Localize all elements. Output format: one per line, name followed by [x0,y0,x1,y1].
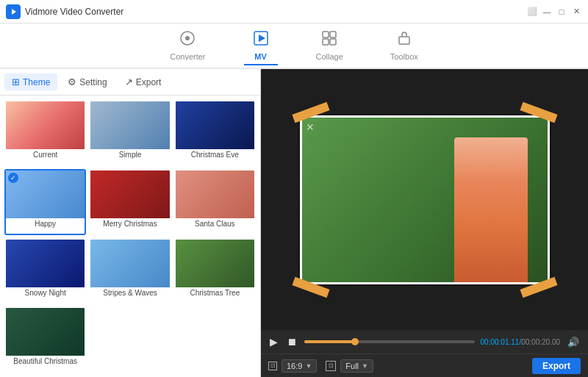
theme-grid-icon: ⊞ [12,76,20,87]
theme-label-santa-claus: Santa Claus [176,218,254,230]
theme-item-beautiful-christmas[interactable]: Beautiful Christmas [4,306,86,373]
right-panel: ✕ ▶ ⏹ 00:00:01.11/00:00:20.00 🔊 ⊡ 16:9 [261,69,588,377]
svg-rect-7 [330,32,336,37]
theme-item-simple[interactable]: Simple [89,100,171,166]
subtab-setting[interactable]: ⚙ Setting [60,73,114,90]
aspect-ratio-icon: ⊡ [268,362,277,370]
theme-item-snowy-night[interactable]: Snowy Night [4,238,86,304]
theme-label-happy: Happy [6,218,85,230]
theme-label-merry-christmas: Merry Christmas [90,218,169,230]
ratio-dropdown-arrow: ▼ [305,362,312,370]
theme-item-santa-claus[interactable]: Santa Claus [174,169,256,235]
collage-icon [321,30,337,50]
svg-point-3 [185,36,190,40]
play-button[interactable]: ▶ [268,334,279,349]
left-panel: ⊞ Theme ⚙ Setting ↗ Export CurrentSimple… [0,69,261,377]
app-title: Vidmore Video Converter [25,7,123,17]
svg-rect-9 [330,39,336,45]
options-bar: ⊡ 16:9 ▼ ⊡ Full ▼ Export [261,353,588,377]
subtab-export-label: Export [136,77,162,87]
progress-bar[interactable] [304,340,475,343]
main-content: ⊞ Theme ⚙ Setting ↗ Export CurrentSimple… [0,69,588,377]
app-logo [6,4,21,19]
close-overlay[interactable]: ✕ [306,121,315,133]
svg-rect-6 [323,32,329,37]
tab-converter[interactable]: Converter [161,27,214,64]
size-dropdown-arrow: ▼ [362,362,368,370]
tab-mv[interactable]: MV [244,27,278,65]
titlebar: Vidmore Video Converter ⬜ — □ ✕ [0,0,588,24]
theme-item-current[interactable]: Current [4,100,86,166]
size-icon: ⊡ [326,361,336,371]
theme-item-christmas-tree[interactable]: Christmas Tree [174,238,256,304]
preview-frame: ✕ [300,115,550,284]
maximize-button[interactable]: — [541,6,553,18]
svg-marker-5 [259,35,265,42]
subtab-export[interactable]: ↗ Export [118,73,169,90]
size-select[interactable]: Full ▼ [340,359,373,373]
theme-label-beautiful-christmas: Beautiful Christmas [6,356,85,367]
controls-bar: ▶ ⏹ 00:00:01.11/00:00:20.00 🔊 [261,330,588,353]
theme-grid: CurrentSimpleChristmas EveHappy✓Merry Ch… [0,96,260,377]
ratio-value: 16:9 [287,362,302,370]
time-current: 00:00:01.11 [481,338,520,346]
setting-gear-icon: ⚙ [68,76,76,87]
tab-converter-label: Converter [170,52,205,61]
time-total: 00:00:20.00 [521,338,560,346]
tab-toolbox-label: Toolbox [390,52,418,61]
titlebar-left: Vidmore Video Converter [6,4,123,19]
theme-label-simple: Simple [90,149,169,161]
theme-item-merry-christmas[interactable]: Merry Christmas [89,169,171,235]
theme-label-current: Current [6,149,85,161]
theme-label-christmas-tree: Christmas Tree [176,287,254,299]
volume-button[interactable]: 🔊 [566,335,581,349]
tab-collage[interactable]: Collage [307,27,352,64]
subtab-setting-label: Setting [79,77,107,87]
subtabs: ⊞ Theme ⚙ Setting ↗ Export [0,69,260,96]
converter-icon [179,30,196,50]
time-display: 00:00:01.11/00:00:20.00 [481,338,560,346]
minimize-button[interactable]: ⬜ [526,6,538,18]
subtab-theme-label: Theme [23,77,50,87]
svg-rect-8 [323,39,329,45]
export-arrow-icon: ↗ [125,76,133,87]
tab-toolbox[interactable]: Toolbox [381,27,427,64]
toolbox-icon [396,30,412,50]
preview-area: ✕ [261,69,588,330]
stop-button[interactable]: ⏹ [285,334,298,349]
frame-border [300,115,550,284]
size-value: Full [345,362,359,370]
nav-tabs: Converter MV Collage Toolbox [0,24,588,69]
theme-label-stripes-waves: Stripes & Waves [90,287,169,299]
theme-label-snowy-night: Snowy Night [6,287,85,299]
subtab-theme[interactable]: ⊞ Theme [4,73,57,90]
theme-check-happy: ✓ [8,173,18,183]
window-controls[interactable]: ⬜ — □ ✕ [526,6,582,18]
theme-label-christmas-eve: Christmas Eve [176,149,254,161]
restore-button[interactable]: □ [556,6,567,18]
close-button[interactable]: ✕ [570,6,582,18]
progress-thumb [351,338,359,345]
progress-fill [304,340,355,343]
export-button[interactable]: Export [532,358,581,374]
mv-icon [253,30,269,50]
svg-rect-10 [399,37,409,44]
tab-mv-label: MV [254,52,267,61]
theme-item-stripes-waves[interactable]: Stripes & Waves [89,238,171,304]
theme-item-happy[interactable]: Happy✓ [4,169,86,235]
tab-collage-label: Collage [316,52,343,61]
theme-item-christmas-eve[interactable]: Christmas Eve [174,100,256,166]
ratio-select[interactable]: 16:9 ▼ [282,359,317,373]
